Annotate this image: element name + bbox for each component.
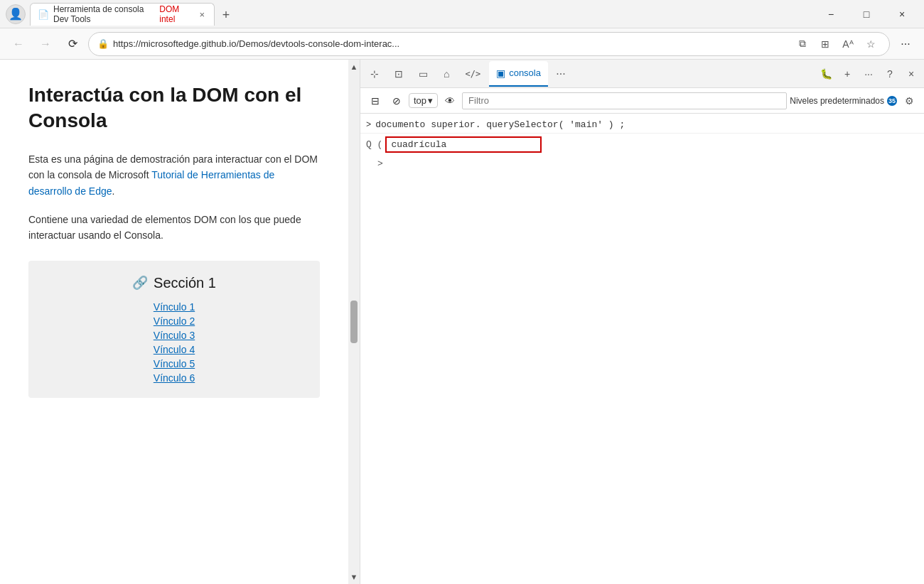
page-description-2: Contiene una variedad de elementos DOM c… [28, 212, 320, 244]
user-avatar[interactable]: 👤 [6, 4, 26, 24]
scroll-up-arrow[interactable]: ▲ [350, 63, 358, 71]
devtools-panel: ⊹ ⊡ ▭ ⌂ </> ▣ consola ··· 🐛 + [360, 60, 924, 584]
console-input-line: Q ( [360, 134, 924, 156]
window-controls: − □ × [815, 3, 918, 26]
section-link-1[interactable]: Vínculo 1 [154, 301, 195, 313]
page-description-1: Esta es una página de demostración para … [28, 151, 320, 199]
devtools-close-button[interactable]: × [901, 64, 921, 84]
devtools-ellipsis-button[interactable]: ··· [859, 64, 879, 84]
console-entry-1: > documento superior. querySelector( 'ma… [360, 117, 924, 134]
reload-button[interactable]: ⟳ [61, 33, 84, 55]
read-aloud-icon[interactable]: Aᴬ [838, 34, 858, 54]
tab-cursor[interactable]: ⊹ [363, 61, 386, 87]
tab-title-part1: Herramienta de consola Dev Tools [53, 4, 154, 24]
devtools-help-button[interactable]: ? [880, 64, 900, 84]
console-result-1: > [360, 156, 924, 172]
scroll-thumb[interactable] [350, 301, 358, 343]
console-entry-chevron[interactable]: > [366, 120, 371, 130]
console-input-field[interactable] [385, 136, 542, 153]
console-content: > documento superior. querySelector( 'ma… [360, 114, 924, 584]
console-icon: ▣ [496, 67, 505, 79]
new-tab-button[interactable]: + [216, 6, 236, 26]
section-link-6[interactable]: Vínculo 6 [154, 372, 195, 384]
console-input-prompt: Q ( [366, 139, 382, 150]
main-area: Interactúa con la DOM con el Consola Est… [0, 60, 924, 584]
section-link-4[interactable]: Vínculo 4 [154, 344, 195, 355]
favorites-icon[interactable]: ☆ [861, 34, 881, 54]
section-title-text: Sección 1 [154, 275, 216, 291]
elements-icon: ▭ [419, 68, 428, 80]
minimize-button[interactable]: − [815, 3, 847, 26]
filter-input[interactable] [462, 92, 787, 109]
console-result-chevron[interactable]: > [377, 158, 383, 169]
split-screen-icon[interactable]: ⧉ [793, 34, 812, 54]
forward-button[interactable]: → [34, 33, 57, 55]
section-link-3[interactable]: Vínculo 3 [154, 330, 195, 341]
levels-label: Niveles predeterminados [790, 96, 884, 106]
address-bar: ← → ⟳ 🔒 https://microsoftedge.github.io/… [0, 28, 924, 60]
browser-more-button[interactable]: ··· [894, 33, 917, 55]
inspect-icon: ⊡ [394, 68, 403, 80]
clear-console-button[interactable]: ⊘ [387, 92, 406, 110]
console-entry-text: documento superior. querySelector( 'main… [375, 119, 918, 130]
tab-home[interactable]: ⌂ [436, 61, 456, 87]
source-icon: </> [465, 69, 480, 79]
page-title: Interactúa con la DOM con el Consola [28, 82, 320, 134]
browser-toolbar-right: ··· [894, 33, 917, 55]
devtools-more-tabs-button[interactable]: ··· [551, 64, 571, 84]
page-content: Interactúa con la DOM con el Consola Est… [0, 60, 348, 584]
sidebar-toggle-button[interactable]: ⊟ [366, 92, 385, 110]
grid-view-icon[interactable]: ⊞ [815, 34, 835, 54]
top-label: top [414, 95, 426, 106]
context-dropdown-arrow: ▾ [428, 95, 433, 106]
address-icons: ⧉ ⊞ Aᴬ ☆ [793, 34, 881, 54]
section-box: 🔗 Sección 1 Vínculo 1 Vínculo 2 Vínculo … [28, 261, 320, 398]
tab-title-highlight: DOM intel [159, 4, 188, 24]
address-text: https://microsoftedge.github.io/Demos/de… [113, 38, 788, 49]
section-1-title: 🔗 Sección 1 [132, 275, 216, 291]
devtools-add-button[interactable]: + [837, 64, 857, 84]
title-bar: 👤 📄 Herramienta de consola Dev Tools DOM… [0, 0, 924, 28]
page-scrollbar[interactable]: ▲ ▼ [348, 60, 360, 584]
devtools-action-buttons: 🐛 + ··· ? × [816, 64, 921, 84]
section-link-2[interactable]: Vínculo 2 [154, 315, 195, 327]
tab-console[interactable]: ▣ consola [489, 61, 548, 87]
window-close-button[interactable]: × [886, 3, 918, 26]
eye-button[interactable]: 👁 [441, 92, 459, 110]
context-selector[interactable]: top ▾ [409, 93, 438, 108]
home-icon: ⌂ [444, 68, 449, 80]
section-links: Vínculo 1 Vínculo 2 Vínculo 3 Vínculo 4 … [154, 301, 195, 384]
title-bar-left: 👤 📄 Herramienta de consola Dev Tools DOM… [6, 3, 815, 26]
devtools-bug-icon[interactable]: 🐛 [816, 64, 836, 84]
console-code: documento superior. querySelector( 'main… [375, 119, 625, 130]
section-link-icon: 🔗 [132, 275, 148, 291]
lock-icon: 🔒 [97, 38, 109, 49]
levels-badge: 35 [887, 96, 897, 106]
maximize-button[interactable]: □ [850, 3, 883, 26]
address-input-wrap[interactable]: 🔒 https://microsoftedge.github.io/Demos/… [88, 32, 890, 56]
settings-button[interactable]: ⚙ [900, 92, 918, 110]
tab-inspect[interactable]: ⊡ [387, 61, 410, 87]
browser-tab[interactable]: 📄 Herramienta de consola Dev Tools DOM i… [30, 3, 215, 26]
tab-elements[interactable]: ▭ [412, 61, 435, 87]
scroll-down-arrow[interactable]: ▼ [350, 573, 358, 581]
cursor-icon: ⊹ [370, 68, 379, 80]
devtools-tab-bar: ⊹ ⊡ ▭ ⌂ </> ▣ consola ··· 🐛 + [360, 60, 924, 88]
tab-page-icon: 📄 [38, 9, 49, 20]
devtools-toolbar: ⊟ ⊘ top ▾ 👁 Niveles predeterminados 35 ⚙ [360, 88, 924, 114]
tab-source[interactable]: </> [458, 61, 488, 87]
tab-close-button[interactable]: × [197, 9, 207, 21]
tab-strip: 📄 Herramienta de consola Dev Tools DOM i… [30, 3, 815, 26]
tab-console-label: consola [509, 67, 541, 78]
back-button[interactable]: ← [7, 33, 30, 55]
section-link-5[interactable]: Vínculo 5 [154, 358, 195, 369]
